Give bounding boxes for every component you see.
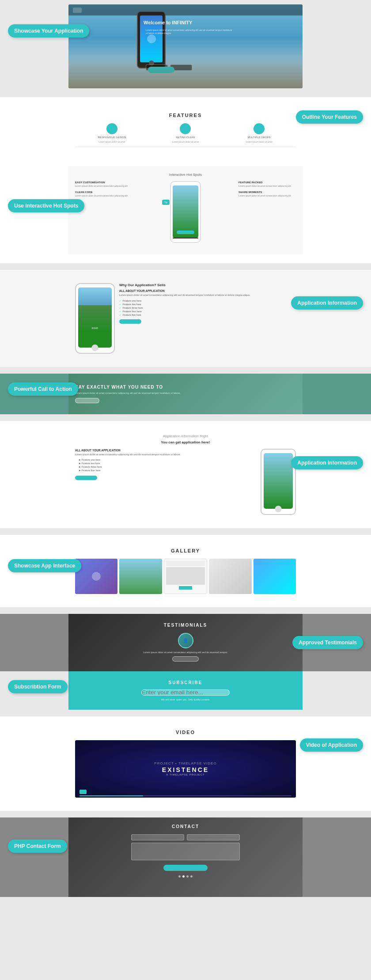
subscribe-inner: SUBSCRIBE We will never spam you. Only q… (68, 671, 303, 710)
video-overlay: PROJECT • TIMELAPSE VIDEO EXISTENCE A TI… (154, 761, 216, 776)
hotspot-phone-screen (173, 185, 198, 238)
appinfo-content: ALL ABOUT YOUR APPLICATION Lorem ipsum d… (75, 449, 256, 515)
testimonial-btn[interactable] (172, 656, 199, 662)
subscribe-section: SUBSCRIBE We will never spam you. Only q… (0, 671, 371, 710)
contact-email-input[interactable] (187, 834, 240, 840)
hotspot-right: FEATURE PACKED Lorem ipsum dolor sit ame… (238, 181, 296, 243)
why-list-3: Feature three here (119, 306, 296, 310)
video-progress-fill (80, 795, 143, 796)
testimonials-inner: TESTIMONIALS 👤 Lorem ipsum dolor sit ame… (68, 614, 303, 671)
why-inner: ROAD Why Our Application? Sells ALL ABOU… (68, 276, 303, 360)
hotspot-left: EASY CUSTOMISATION Lorem ipsum dolor sit… (75, 181, 132, 243)
hotspot-title-3: FEATURE PACKED (238, 181, 296, 184)
video-sub: A TIMELAPSE PROJECT (154, 773, 216, 776)
tip-bubble: Tip (162, 200, 170, 205)
phone-home-line (173, 238, 198, 238)
why-title: Why Our Application? Sells (119, 283, 296, 287)
feature-desc-2: Lorem ipsum dolor sit amet (168, 140, 203, 143)
features-inner: FEATURES RESPONSIVE DESIGN Lorem ipsum d… (68, 106, 303, 157)
gallery-item-3 (164, 559, 207, 594)
appinfo-btn[interactable] (75, 476, 97, 480)
hotspot-item-3: FEATURE PACKED Lorem ipsum dolor sit ame… (238, 181, 296, 187)
contact-name-input[interactable] (131, 834, 184, 840)
contact-textarea-wrapper (75, 843, 296, 863)
label-appinfo2: Application Information (291, 456, 363, 469)
features-icons: RESPONSIVE DESIGN Lorem ipsum dolor sit … (75, 123, 296, 143)
why-phone-screen: ROAD (78, 288, 112, 348)
feature-label-1: RESPONSIVE DESIGN (94, 136, 129, 140)
testimonial-avatar: 👤 (178, 633, 193, 648)
video-play-btn[interactable] (80, 790, 87, 794)
contact-title: CONTACT (75, 824, 296, 829)
gap-3 (0, 414, 371, 421)
appinfo-title: You can get application here! (75, 440, 296, 444)
gallery-item-4 (209, 559, 251, 594)
hotspot-phone-btn (177, 231, 194, 234)
feature-label-2: RETINA CLEAR (168, 136, 203, 140)
gallery-grid (75, 559, 296, 594)
testimonials-title: TESTIMONIALS (77, 623, 294, 628)
appinfo-list-1: ► Feature one here (75, 458, 256, 462)
hotspot-text-4: Lorem ipsum dolor sit amet consectetur a… (238, 194, 296, 197)
cta-title: SAY EXACTLY WHAT YOU NEED TO (75, 385, 296, 390)
appinfo-layout: ALL ABOUT YOUR APPLICATION Lorem ipsum d… (75, 449, 296, 515)
appinfo-list-4: ► Feature four here (75, 469, 256, 472)
hotspot-item-4: SHARE MOMENTS Lorem ipsum dolor sit amet… (238, 191, 296, 197)
contact-inner: CONTACT (68, 817, 303, 897)
gallery-img-3 (164, 559, 207, 594)
hero-road (68, 57, 303, 88)
gallery-item-2 (119, 559, 162, 594)
cta-btn[interactable] (75, 398, 99, 403)
gap-4 (0, 528, 371, 535)
hero-section: Welcome to INFINITY Lorem ipsum dolor si… (0, 0, 371, 97)
gallery-title: GALLERY (75, 548, 296, 553)
why-btn[interactable] (119, 319, 141, 324)
why-list-5: Feature five here (119, 313, 296, 317)
contact-nav-dots (75, 875, 296, 878)
gallery-img-2 (119, 559, 162, 594)
why-list-2: Feature two here (119, 303, 296, 306)
hotspot-title-1: EASY CUSTOMISATION (75, 181, 132, 184)
subscribe-title: SUBSCRIBE (75, 680, 296, 685)
hotspot-item-2: CLEAN CODE Lorem ipsum dolor sit amet co… (75, 191, 132, 197)
hero-desc: Lorem ipsum dolor sit amet consectetur a… (146, 29, 234, 35)
why-list-1: Feature one here (119, 299, 296, 303)
hotspot-phone: Tip (170, 181, 201, 243)
hotspots-inner: Interactive Hot Spots EASY CUSTOMISATION… (68, 166, 303, 254)
appinfo-phone-screen (264, 453, 293, 509)
label-gallery: Showcase App Interface (8, 559, 81, 572)
features-title: FEATURES (75, 113, 296, 118)
video-thumb[interactable]: PROJECT • TIMELAPSE VIDEO EXISTENCE A TI… (75, 740, 296, 798)
gap-2 (0, 367, 371, 374)
contact-submit-btn[interactable] (163, 865, 208, 871)
hero-inner: Welcome to INFINITY Lorem ipsum dolor si… (68, 4, 303, 88)
video-title: VIDEO (75, 730, 296, 735)
gap-1 (0, 263, 371, 270)
feature-item-1: RESPONSIVE DESIGN Lorem ipsum dolor sit … (94, 123, 129, 143)
feature-item-2: RETINA CLEAR Lorem ipsum dolor sit amet (168, 123, 203, 143)
hotspot-title-2: CLEAN CODE (75, 191, 132, 193)
contact-dot-3 (186, 875, 189, 878)
divider-1 (75, 147, 296, 147)
feature-item-3: MULTIPLE DROPS Lorem ipsum dolor sit ame… (242, 123, 277, 143)
appinfo-list-3: ► Feature three here (75, 465, 256, 469)
label-outline: Outline Your Features (296, 110, 363, 124)
avatar-icon: 👤 (179, 634, 193, 647)
appinfo-subtitle2: ALL ABOUT YOUR APPLICATION (75, 449, 256, 452)
hero-nav (73, 8, 82, 13)
feature-icon-3 (254, 123, 265, 134)
hotspot-phone-center: Tip (136, 181, 235, 243)
label-showcase: Showcase Your Application (8, 24, 89, 38)
video-progress-bar (80, 795, 292, 796)
subscribe-text: We will never spam you. Only quality con… (75, 698, 296, 701)
appinfo-section: Application Information Right You can ge… (0, 421, 371, 528)
gap-6 (0, 710, 371, 716)
hotspot-text-1: Lorem ipsum dolor sit amet consectetur a… (75, 185, 132, 187)
subscribe-input[interactable] (141, 689, 230, 696)
gallery-img-4 (209, 559, 251, 594)
video-inner: VIDEO PROJECT • TIMELAPSE VIDEO EXISTENC… (68, 723, 303, 804)
contact-message-textarea[interactable] (131, 843, 240, 860)
video-existence: EXISTENCE (154, 766, 216, 773)
appinfo-phone-home (275, 506, 282, 512)
gallery-item-5 (254, 559, 296, 594)
